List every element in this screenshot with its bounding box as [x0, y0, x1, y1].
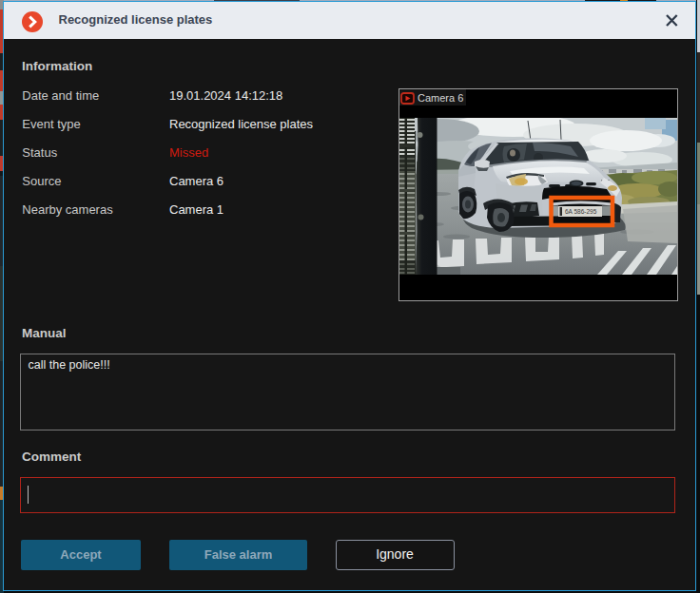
svg-text:6A 586-295: 6A 586-295 — [565, 208, 597, 215]
